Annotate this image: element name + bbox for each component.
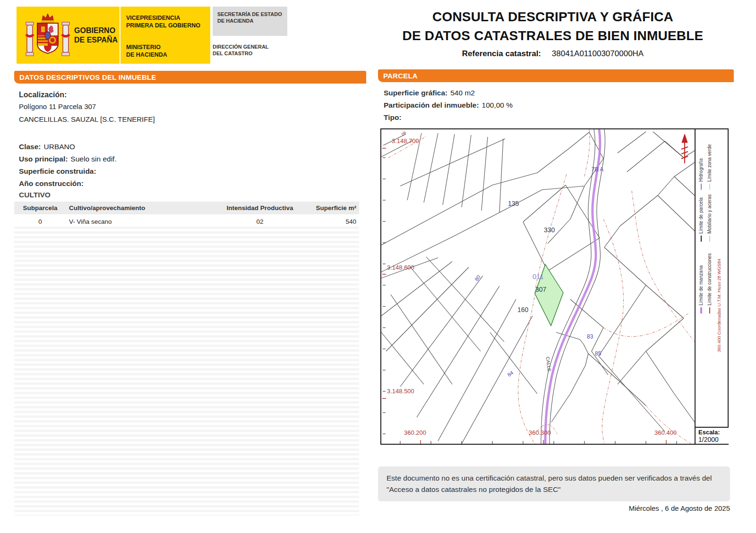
cultivo-col-header: Subparcela bbox=[14, 202, 66, 214]
secretaria-text: SECRETARÍA DE ESTADO DE HACIENDA bbox=[217, 11, 287, 24]
cultivo-table-header: SubparcelaCultivo/aprovechamientoIntensi… bbox=[14, 202, 359, 214]
map-label-3-148-700: 3.148.700 bbox=[392, 137, 419, 144]
logo-gobierno-text: GOBIERNO DE ESPAÑA bbox=[74, 26, 118, 45]
legend-item: Límite de construcciones bbox=[707, 253, 712, 313]
tipo-field: Tipo: bbox=[384, 111, 724, 124]
secretaria-box: SECRETARÍA DE ESTADO DE HACIENDA bbox=[213, 7, 287, 36]
section-datos-descriptivos: DATOS DESCRIPTIVOS DEL INMUEBLE bbox=[14, 71, 366, 84]
escala-label: Escala: bbox=[698, 429, 729, 436]
spain-coat-of-arms-icon bbox=[25, 11, 70, 60]
cultivo-title: CULTIVO bbox=[19, 191, 51, 199]
escala-value: 1/2000 bbox=[698, 436, 729, 443]
legend-swatch bbox=[709, 184, 710, 190]
title-line2: DE DATOS CATASTRALES DE BIEN INMUEBLE bbox=[383, 26, 723, 45]
map-label-160: 160 bbox=[517, 306, 528, 313]
document-title: CONSULTA DESCRIPTIVA Y GRÁFICA DE DATOS … bbox=[383, 8, 723, 59]
cultivo-col-header: Intensidad Productiva bbox=[213, 202, 307, 214]
clase-field: Clase:URBANO bbox=[19, 141, 359, 153]
localizacion-line1: Polígono 11 Parcela 307 bbox=[19, 100, 359, 113]
referencia-value: 38041A011003070000HA bbox=[552, 49, 644, 58]
legend-label: Límite de parcela bbox=[698, 197, 704, 234]
map-label-307: 307 bbox=[535, 286, 546, 293]
direccion-box: DIRECCIÓN GENERAL DEL CATASTRO bbox=[213, 43, 293, 57]
legend-swatch bbox=[701, 236, 702, 242]
escala-box: Escala: 1/2000 bbox=[695, 427, 729, 444]
legend-swatch bbox=[700, 307, 702, 313]
gobierno-logo: GOBIERNO DE ESPAÑA VICEPRESIDENCIA PRIME… bbox=[17, 7, 210, 64]
map-label-83: 83 bbox=[587, 333, 593, 340]
map-label-360-400: 360.400 bbox=[654, 429, 677, 436]
map-label-360-200: 360.200 bbox=[404, 429, 426, 436]
referencia-label: Referencia catastral: bbox=[462, 49, 541, 58]
legend-item: Límite de parcela bbox=[698, 197, 704, 242]
superficie-construida-field: Superficie construida: bbox=[19, 165, 359, 178]
logo-coat-block: GOBIERNO DE ESPAÑA bbox=[17, 7, 120, 64]
legend-item: Mobiliario y aceras bbox=[707, 195, 712, 242]
legend-label: Límite de manzana bbox=[698, 265, 704, 305]
localizacion-label: Localización: bbox=[19, 91, 359, 99]
cultivo-col-header: Cultivo/aprovechamiento bbox=[66, 202, 213, 214]
title-line1: CONSULTA DESCRIPTIVA Y GRÁFICA bbox=[383, 8, 723, 26]
map-label-135: 135 bbox=[508, 200, 519, 207]
cultivo-col-header: Superficie m² bbox=[307, 202, 359, 214]
legend-swatch bbox=[709, 236, 710, 242]
cadastral-map-drawing bbox=[381, 129, 728, 444]
map-label-360-300: 360.300 bbox=[529, 429, 551, 436]
legend-label: Mobiliario y aceras bbox=[707, 195, 712, 234]
participacion-field: Participación del inmueble:100,00 % bbox=[384, 99, 724, 111]
north-arrow-icon bbox=[681, 134, 688, 163]
legend-divider bbox=[695, 129, 696, 444]
coords-note: 360.400 Coordenadas U.T.M. Huso 28 WGS84 bbox=[716, 259, 722, 352]
logo-ministerio-block: VICEPRESIDENCIA PRIMERA DEL GOBIERNO MIN… bbox=[120, 7, 210, 64]
disclaimer-note: Este documento no es una certificación c… bbox=[378, 466, 730, 501]
ministerio-text: MINISTERIO DE HACIENDA bbox=[126, 43, 210, 59]
superficie-grafica-field: Superficie gráfica:540 m2 bbox=[384, 87, 724, 99]
uso-principal-field: Uso principal:Suelo sin edif. bbox=[19, 153, 359, 165]
legend-item: Límite zona verde bbox=[707, 144, 712, 190]
legend-label: Límite zona verde bbox=[707, 144, 712, 182]
referencia-catastral: Referencia catastral: 38041A011003070000… bbox=[383, 49, 723, 59]
document-date: Miércoles , 6 de Agosto de 2025 bbox=[378, 504, 730, 512]
direccion-text: DIRECCIÓN GENERAL DEL CATASTRO bbox=[213, 43, 293, 57]
legend-label: Hidrografía bbox=[698, 159, 704, 182]
vicepresidencia-text: VICEPRESIDENCIA PRIMERA DEL GOBIERNO bbox=[126, 14, 210, 29]
map-label-85: 85 bbox=[595, 350, 601, 357]
anio-construccion-field: Año construcción: bbox=[19, 178, 359, 190]
legend-swatch bbox=[709, 307, 710, 313]
legend-label: Límite de construcciones bbox=[707, 253, 712, 305]
map-label-3-148-600: 3.148.600 bbox=[387, 264, 414, 271]
legend-item: Hidrografía bbox=[698, 159, 704, 190]
map-label-7b-a: 7B A bbox=[592, 166, 603, 173]
map-label-011: 011 bbox=[533, 272, 544, 280]
cultivo-table: SubparcelaCultivo/aprovechamientoIntensi… bbox=[14, 202, 359, 229]
datos-descriptivos-content: Localización: Polígono 11 Parcela 307 CA… bbox=[19, 91, 359, 190]
section-parcela: PARCELA bbox=[378, 69, 734, 82]
cadastral-map: 3.148.700063.148.6003.148.500360.200360.… bbox=[380, 128, 729, 445]
map-label-3-148-500: 3.148.500 bbox=[387, 388, 414, 395]
map-label-330: 330 bbox=[544, 226, 555, 234]
empty-table-rows bbox=[14, 227, 359, 516]
legend-swatch bbox=[701, 184, 702, 190]
legend-item: Límite de manzana bbox=[698, 265, 704, 313]
localizacion-line2: CANCELILLAS. SAUZAL [S.C. TENERIFE] bbox=[19, 113, 359, 126]
parcela-fields: Superficie gráfica:540 m2 Participación … bbox=[384, 87, 724, 124]
